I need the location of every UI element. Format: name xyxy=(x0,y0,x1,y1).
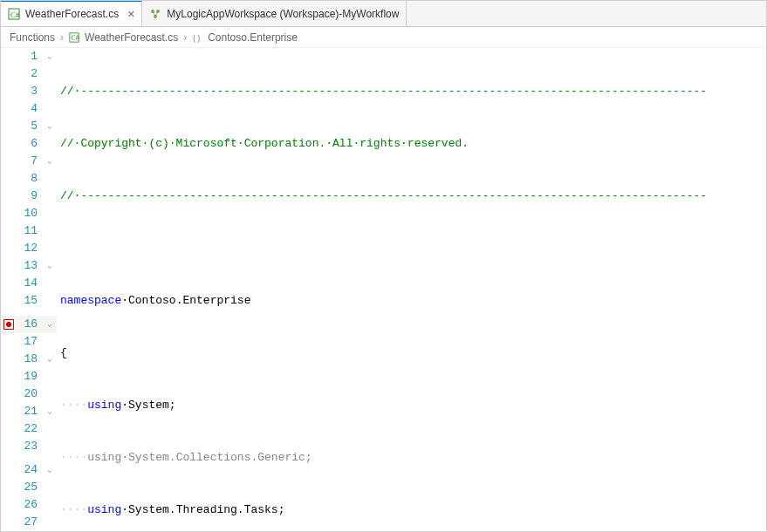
line-number[interactable]: 5 xyxy=(17,118,43,135)
line-number[interactable]: 19 xyxy=(17,368,43,385)
svg-text:C#: C# xyxy=(72,34,79,42)
tab-bar: C# WeatherForecast.cs × MyLogicAppWorksp… xyxy=(1,1,766,27)
breadcrumb-item[interactable]: Functions xyxy=(10,31,55,44)
chevron-right-icon: › xyxy=(183,31,187,44)
line-number[interactable]: 2 xyxy=(17,65,43,83)
line-number[interactable]: 21 xyxy=(17,403,43,420)
tab-label: WeatherForecast.cs xyxy=(25,8,119,20)
breadcrumb: Functions › C# WeatherForecast.cs › {} C… xyxy=(1,27,766,48)
close-icon[interactable]: × xyxy=(127,7,134,21)
breadcrumb-item[interactable]: WeatherForecast.cs xyxy=(85,31,178,44)
fold-toggle[interactable]: ⌄ xyxy=(43,403,57,420)
fold-toggle[interactable]: ⌄ xyxy=(43,351,57,368)
line-number[interactable]: 23 xyxy=(17,438,43,455)
line-number[interactable]: 7 xyxy=(17,153,43,170)
fold-toggle[interactable]: ⌄ xyxy=(43,316,57,333)
fold-toggle[interactable]: ⌄ xyxy=(43,153,57,170)
svg-text:C#: C# xyxy=(10,10,20,19)
svg-text:{}: {} xyxy=(192,32,202,43)
line-number[interactable]: 13 xyxy=(17,257,43,275)
line-number[interactable]: 17 xyxy=(17,333,43,351)
line-number[interactable]: 27 xyxy=(17,514,43,531)
fold-toggle[interactable]: ⌄ xyxy=(43,118,57,135)
line-number[interactable]: 3 xyxy=(17,83,43,100)
line-number[interactable]: 9 xyxy=(17,188,43,205)
tab-weatherforecast[interactable]: C# WeatherForecast.cs × xyxy=(1,0,142,26)
code-content[interactable]: //·-------------------------------------… xyxy=(57,48,766,531)
line-number[interactable]: 15 xyxy=(17,292,43,310)
breakpoint-marker[interactable] xyxy=(3,319,14,330)
line-number[interactable]: 12 xyxy=(17,240,43,257)
breadcrumb-item[interactable]: Contoso.Enterprise xyxy=(208,31,298,44)
tab-workflow[interactable]: MyLogicAppWorkspace (Workspace)-MyWorkfl… xyxy=(142,1,407,26)
line-number[interactable]: 14 xyxy=(17,275,43,292)
line-number[interactable]: 10 xyxy=(17,205,43,222)
code-editor[interactable]: 1⌄ 2 3 4 5⌄ 6 7⌄ 8 9 10 11 12 13⌄ 14 15 … xyxy=(1,48,766,531)
line-number[interactable]: 25 xyxy=(17,479,43,496)
line-number[interactable]: 16 xyxy=(17,316,43,333)
fold-toggle[interactable]: ⌄ xyxy=(43,48,57,65)
tab-label: MyLogicAppWorkspace (Workspace)-MyWorkfl… xyxy=(167,8,399,20)
line-number[interactable]: 6 xyxy=(17,135,43,153)
line-number[interactable]: 20 xyxy=(17,385,43,403)
line-number[interactable]: 18 xyxy=(17,351,43,368)
fold-toggle[interactable]: ⌄ xyxy=(43,257,57,275)
namespace-icon: {} xyxy=(192,32,202,43)
line-number[interactable]: 1 xyxy=(17,48,43,65)
line-number[interactable]: 4 xyxy=(17,100,43,118)
line-number[interactable]: 26 xyxy=(17,496,43,514)
cs-file-icon: C# xyxy=(8,8,20,20)
line-number[interactable]: 22 xyxy=(17,420,43,438)
line-number[interactable]: 24 xyxy=(17,461,43,479)
line-number[interactable]: 8 xyxy=(17,170,43,188)
gutter: 1⌄ 2 3 4 5⌄ 6 7⌄ 8 9 10 11 12 13⌄ 14 15 … xyxy=(1,48,57,531)
workflow-icon xyxy=(149,8,161,20)
line-number[interactable]: 11 xyxy=(17,222,43,240)
cs-file-icon: C# xyxy=(69,32,79,43)
fold-toggle[interactable]: ⌄ xyxy=(43,461,57,479)
chevron-right-icon: › xyxy=(60,31,64,44)
